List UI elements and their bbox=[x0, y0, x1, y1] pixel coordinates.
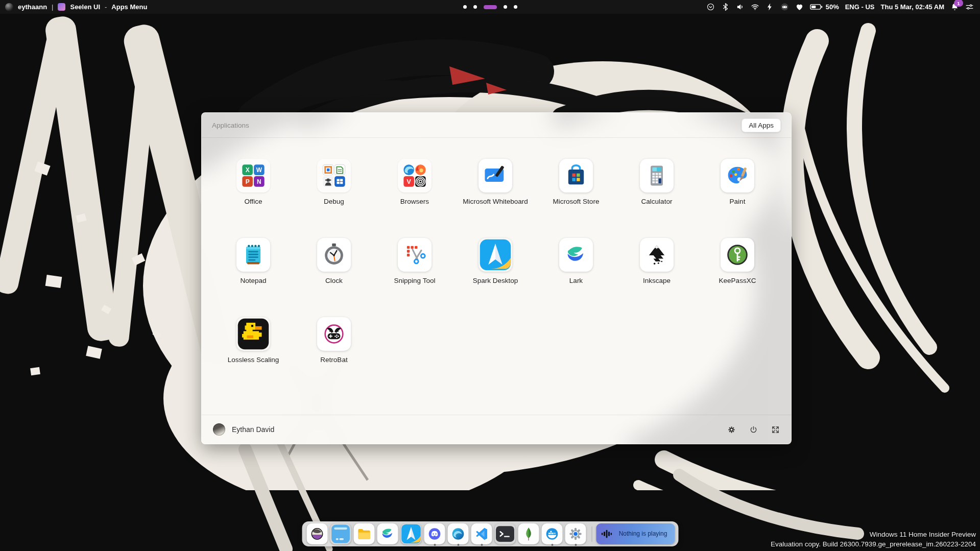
app-label: Microsoft Whiteboard bbox=[463, 197, 528, 206]
power-icon[interactable] bbox=[749, 425, 758, 434]
app-label: Snipping Tool bbox=[394, 276, 436, 285]
apps-menu-button-icon bbox=[307, 523, 328, 544]
app-label: Lossless Scaling bbox=[228, 355, 279, 365]
taskbar-username[interactable]: eythaann bbox=[18, 3, 47, 11]
all-apps-button[interactable]: All Apps bbox=[742, 118, 781, 132]
language-indicator[interactable]: ENG - US bbox=[845, 3, 875, 11]
apps-menu-footer: Eythan David bbox=[202, 415, 791, 444]
workspace-dot[interactable] bbox=[463, 5, 467, 9]
app-inkscape[interactable]: Inkscape bbox=[616, 238, 697, 317]
apps-menu-title: Applications bbox=[212, 122, 249, 129]
running-indicator bbox=[457, 544, 459, 546]
apps-menu-header: Applications All Apps bbox=[202, 113, 791, 138]
dock-item-file-explorer[interactable] bbox=[352, 521, 376, 546]
snipping-tool-icon bbox=[398, 238, 432, 272]
app-office[interactable]: XWPNOffice bbox=[213, 159, 294, 238]
quick-settings-icon[interactable] bbox=[965, 3, 974, 11]
svg-text:N: N bbox=[257, 178, 261, 185]
battery-icon[interactable] bbox=[810, 3, 823, 11]
dock: Nothing is playing bbox=[302, 521, 678, 546]
footer-user-avatar[interactable] bbox=[213, 423, 225, 436]
keepassxc-icon bbox=[721, 238, 754, 272]
chevron-circle-icon[interactable] bbox=[706, 3, 715, 11]
taskbar-left: eythaann | Seelen UI - Apps Menu bbox=[0, 3, 147, 11]
media-status-text: Nothing is playing bbox=[615, 530, 671, 538]
app-keepassxc[interactable]: KeePassXC bbox=[697, 238, 778, 317]
user-avatar-icon[interactable] bbox=[5, 3, 13, 11]
app-clock[interactable]: Clock bbox=[294, 238, 374, 317]
dock-item-discord[interactable] bbox=[423, 521, 446, 546]
app-microsoft-whiteboard[interactable]: Microsoft Whiteboard bbox=[455, 159, 536, 238]
dock-items bbox=[305, 521, 587, 546]
dock-item-seelen-settings[interactable] bbox=[329, 521, 352, 546]
bluetooth-icon[interactable] bbox=[721, 3, 730, 11]
app-label: Lark bbox=[569, 276, 583, 285]
app-label: KeePassXC bbox=[719, 276, 756, 285]
taskbar-menu-name[interactable]: Apps Menu bbox=[111, 3, 147, 11]
dock-item-mongodb[interactable] bbox=[517, 521, 540, 546]
dock-item-apps-menu-button[interactable] bbox=[305, 521, 329, 546]
bolt-icon[interactable] bbox=[766, 3, 774, 11]
expand-fullscreen-icon[interactable] bbox=[771, 425, 780, 434]
app-debug[interactable]: Debug bbox=[294, 159, 374, 238]
windows-watermark: Windows 11 Home Insider Preview Evaluati… bbox=[771, 530, 976, 549]
clock-icon bbox=[317, 238, 351, 272]
media-player-widget[interactable]: Nothing is playing bbox=[596, 523, 675, 544]
app-paint[interactable]: Paint bbox=[697, 159, 778, 238]
heart-icon[interactable] bbox=[795, 3, 804, 11]
debug-icon bbox=[317, 159, 351, 193]
workspace-dot[interactable] bbox=[473, 5, 477, 9]
dock-item-lark[interactable] bbox=[376, 521, 399, 546]
seelen-logo-icon[interactable] bbox=[58, 3, 65, 11]
volume-icon[interactable] bbox=[736, 3, 745, 11]
app-notepad[interactable]: Notepad bbox=[213, 238, 294, 317]
dock-item-terminal[interactable] bbox=[493, 521, 517, 546]
lark-icon bbox=[377, 523, 398, 544]
footer-actions bbox=[727, 425, 780, 434]
vscode-icon bbox=[471, 523, 492, 544]
gamepad-circle-icon[interactable] bbox=[780, 3, 789, 11]
running-indicator bbox=[551, 544, 553, 546]
app-snipping-tool[interactable]: Snipping Tool bbox=[374, 238, 455, 317]
apps-grid: XWPNOfficeDebugVBrowsersMicrosoft Whiteb… bbox=[213, 159, 780, 396]
desktop: eythaann | Seelen UI - Apps Menu 50% ENG… bbox=[0, 0, 980, 551]
dock-item-docker[interactable] bbox=[540, 521, 564, 546]
workspace-dot[interactable] bbox=[504, 5, 507, 9]
clock-datetime[interactable]: Thu 5 Mar, 02:45 AM bbox=[881, 3, 945, 11]
svg-text:V: V bbox=[407, 178, 411, 185]
calculator-icon bbox=[640, 159, 674, 193]
app-retrobat[interactable]: RetroBat bbox=[294, 317, 374, 396]
app-spark-desktop[interactable]: Spark Desktop bbox=[455, 238, 536, 317]
audio-wave-icon bbox=[600, 527, 613, 541]
dock-separator bbox=[591, 526, 592, 542]
settings-icon bbox=[565, 523, 586, 544]
footer-user-name: Eythan David bbox=[232, 425, 274, 434]
app-label: Office bbox=[244, 197, 262, 206]
workspace-dot[interactable] bbox=[514, 5, 517, 9]
app-lossless-scaling[interactable]: Lossless Scaling bbox=[213, 317, 294, 396]
app-label: Debug bbox=[324, 197, 344, 206]
dock-item-microsoft-edge[interactable] bbox=[446, 521, 470, 546]
notification-badge: 1 bbox=[954, 0, 963, 7]
taskbar-app-name[interactable]: Seelen UI bbox=[70, 3, 100, 11]
apps-menu-panel: Applications All Apps XWPNOfficeDebugVBr… bbox=[201, 112, 792, 444]
wifi-icon[interactable] bbox=[751, 3, 759, 11]
dock-item-settings[interactable] bbox=[564, 521, 587, 546]
app-label: Browsers bbox=[400, 197, 429, 206]
workspace-dot-active[interactable] bbox=[484, 5, 497, 9]
dock-item-vscode[interactable] bbox=[470, 521, 493, 546]
microsoft-whiteboard-icon bbox=[479, 159, 512, 193]
running-indicator bbox=[481, 544, 483, 546]
app-calculator[interactable]: Calculator bbox=[616, 159, 697, 238]
lossless-scaling-icon bbox=[236, 317, 270, 351]
app-browsers[interactable]: VBrowsers bbox=[374, 159, 455, 238]
watermark-line2: Evaluation copy. Build 26300.7939.ge_pre… bbox=[771, 540, 976, 549]
app-lark[interactable]: Lark bbox=[536, 238, 616, 317]
app-label: Paint bbox=[730, 197, 746, 206]
settings-gear-icon[interactable] bbox=[727, 425, 736, 434]
file-explorer-icon bbox=[354, 523, 375, 544]
dock-item-spark-desktop[interactable] bbox=[399, 521, 423, 546]
docker-icon bbox=[542, 523, 563, 544]
app-microsoft-store[interactable]: Microsoft Store bbox=[536, 159, 616, 238]
notifications-bell-icon[interactable]: 1 bbox=[950, 3, 959, 11]
